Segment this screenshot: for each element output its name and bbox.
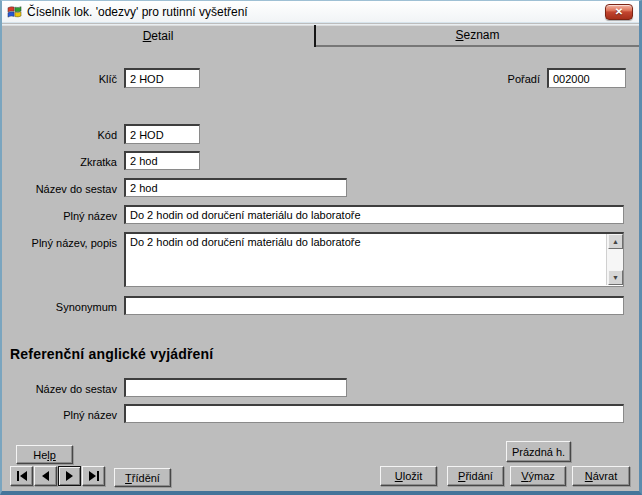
ref-plny-nazev-label: Plný název (2, 409, 117, 421)
ref-nazev-do-sestav-input[interactable] (124, 378, 347, 397)
tab-detail[interactable]: Detail (2, 25, 316, 47)
close-icon: ✕ (615, 6, 623, 17)
synonymum-input[interactable] (124, 296, 624, 315)
nazev-do-sestav-label: Název do sestav (2, 183, 117, 195)
pridani-button[interactable]: Přidání (447, 466, 504, 486)
ref-plny-nazev-input[interactable] (124, 404, 624, 423)
plny-nazev-popis-label: Plný název, popis (2, 237, 117, 249)
first-record-icon (17, 471, 19, 481)
nav-previous-button[interactable] (34, 466, 57, 486)
close-button[interactable]: ✕ (605, 4, 633, 20)
tab-bar: Detail Seznam (2, 24, 639, 47)
nav-first-button[interactable] (10, 466, 33, 486)
textarea-scrollbar[interactable]: ▲ ▼ (606, 234, 623, 285)
poradi-label: Pořadí (442, 73, 540, 85)
windows-logo-icon (7, 4, 22, 19)
nav-next-button[interactable] (58, 466, 81, 486)
scroll-up-button[interactable]: ▲ (608, 234, 623, 249)
plny-nazev-popis-field: Do 2 hodin od doručení materiálu do labo… (124, 232, 624, 287)
zkratka-label: Zkratka (2, 156, 117, 168)
kod-input[interactable] (124, 124, 200, 144)
last-record-icon (89, 471, 96, 481)
plny-nazev-input[interactable] (124, 205, 624, 224)
reference-section-heading: Referenční anglické vyjádření (10, 346, 213, 362)
navrat-button[interactable]: Návrat (572, 466, 630, 486)
ref-nazev-do-sestav-label: Název do sestav (2, 383, 117, 395)
klic-input[interactable] (124, 68, 200, 88)
help-button[interactable]: Help (16, 445, 73, 464)
ulozit-button[interactable]: Uložit (380, 466, 437, 486)
nav-last-button[interactable] (82, 466, 105, 486)
previous-record-icon (42, 471, 49, 481)
klic-label: Klíč (2, 73, 117, 85)
kod-label: Kód (2, 129, 117, 141)
trideni-button[interactable]: Třídění (114, 468, 171, 487)
scroll-down-icon: ▼ (612, 274, 619, 281)
tab-seznam[interactable]: Seznam (316, 25, 639, 47)
synonymum-label: Synonymum (2, 301, 117, 313)
prazdna-h-button[interactable]: Prázdná h. (506, 441, 571, 462)
plny-nazev-popis-textarea[interactable]: Do 2 hodin od doručení materiálu do labo… (126, 234, 606, 285)
vymaz-button[interactable]: Výmaz (510, 466, 566, 486)
next-record-icon (66, 471, 73, 481)
titlebar: Číselník lok. 'odezvy' pro rutinní vyšet… (2, 1, 639, 23)
nazev-do-sestav-input[interactable] (124, 178, 347, 197)
window-title: Číselník lok. 'odezvy' pro rutinní vyšet… (27, 5, 248, 19)
scroll-down-button[interactable]: ▼ (608, 270, 623, 285)
scroll-up-icon: ▲ (612, 238, 619, 245)
poradi-input[interactable] (547, 68, 626, 88)
zkratka-input[interactable] (124, 151, 200, 170)
plny-nazev-label: Plný název (2, 210, 117, 222)
dialog-window: Číselník lok. 'odezvy' pro rutinní vyšet… (0, 0, 642, 495)
